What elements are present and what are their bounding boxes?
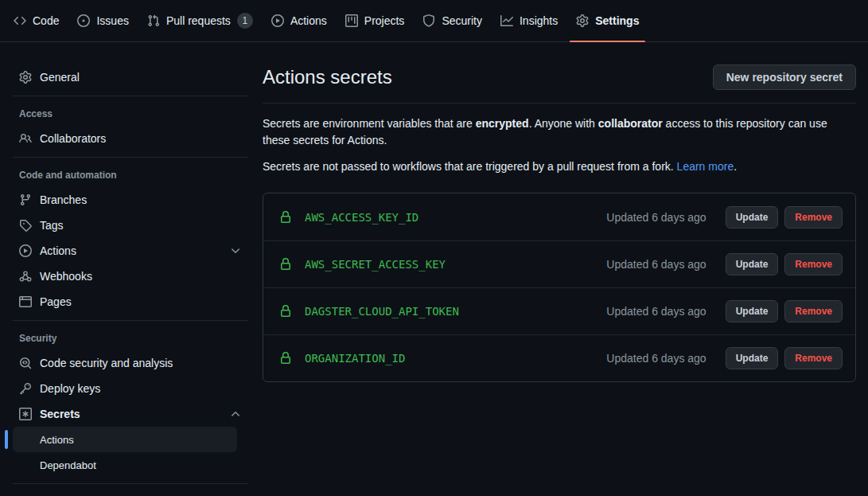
sidebar-item-label: Actions	[40, 434, 74, 446]
sidebar-item-code-security[interactable]: Code security and analysis	[13, 350, 248, 376]
sidebar-item-actions[interactable]: Actions	[13, 238, 248, 264]
sidebar-subitem-secrets-dependabot[interactable]: Dependabot	[13, 452, 237, 478]
remove-secret-button[interactable]: Remove	[784, 300, 843, 322]
update-secret-button[interactable]: Update	[726, 206, 779, 228]
learn-more-link[interactable]: Learn more	[677, 160, 734, 173]
gear-icon	[19, 71, 32, 84]
secret-name: AWS_ACCESS_KEY_ID	[305, 211, 606, 224]
play-icon	[19, 244, 32, 257]
chevron-up-icon	[229, 408, 242, 420]
nav-tab-issues[interactable]: Issues	[71, 0, 134, 41]
nav-tab-label: Projects	[364, 15, 405, 26]
remove-secret-button[interactable]: Remove	[784, 253, 843, 275]
sidebar-item-label: Branches	[40, 193, 242, 206]
secret-name: AWS_SECRET_ACCESS_KEY	[305, 258, 606, 271]
lock-icon	[279, 305, 292, 318]
tag-icon	[19, 219, 32, 232]
sidebar-subitem-secrets-actions[interactable]: Actions	[13, 427, 237, 452]
sidebar-item-label: Webhooks	[40, 270, 242, 283]
nav-tab-label: Pull requests	[166, 15, 231, 26]
sidebar-item-branches[interactable]: Branches	[13, 187, 248, 213]
shield-icon	[422, 14, 435, 27]
sidebar-item-label: Pages	[40, 295, 242, 308]
secret-updated-text: Updated 6 days ago	[606, 352, 706, 365]
description-text: Secrets are environment variables that a…	[263, 117, 476, 130]
sidebar-section-code-automation: Code and automation	[13, 163, 248, 187]
update-secret-button[interactable]: Update	[726, 253, 779, 275]
secret-row: AWS_SECRET_ACCESS_KEY Updated 6 days ago…	[263, 240, 855, 287]
sidebar-divider	[13, 96, 248, 96]
sidebar-item-label: Collaborators	[40, 132, 242, 145]
sidebar-section-security: Security	[13, 326, 248, 350]
update-secret-button[interactable]: Update	[726, 300, 779, 322]
nav-tab-settings[interactable]: Settings	[570, 0, 645, 41]
nav-tab-projects[interactable]: Projects	[339, 0, 411, 41]
nav-tab-label: Code	[33, 15, 59, 26]
sidebar-item-general[interactable]: General	[13, 64, 248, 90]
settings-sidebar: General Access Collaborators Code and au…	[13, 64, 248, 490]
sidebar-section-access: Access	[13, 102, 248, 126]
description-bold-encrypted: encrypted	[476, 117, 529, 130]
nav-tab-security[interactable]: Security	[416, 0, 488, 41]
sidebar-item-label: Code security and analysis	[40, 357, 242, 369]
sidebar-item-label: Dependabot	[40, 459, 96, 471]
nav-tab-pull-requests[interactable]: Pull requests 1	[141, 0, 259, 41]
project-icon	[345, 14, 358, 27]
secret-updated-text: Updated 6 days ago	[606, 258, 706, 271]
sidebar-divider	[13, 483, 248, 484]
people-icon	[19, 132, 32, 145]
new-repository-secret-button[interactable]: New repository secret	[713, 64, 856, 90]
secret-name: DAGSTER_CLOUD_API_TOKEN	[305, 305, 606, 318]
remove-secret-button[interactable]: Remove	[784, 206, 843, 228]
sidebar-item-tags[interactable]: Actions Tags	[13, 213, 248, 238]
git-branch-icon	[19, 193, 32, 206]
play-icon	[271, 14, 284, 27]
sidebar-item-label: Secrets	[40, 408, 221, 420]
sidebar-divider	[13, 157, 248, 158]
lock-icon	[279, 352, 292, 365]
nav-tab-label: Insights	[520, 15, 558, 26]
sidebar-divider	[13, 320, 248, 321]
sidebar-item-label: General	[40, 71, 242, 84]
description-paragraph: Secrets are not passed to workflows that…	[263, 158, 856, 175]
nav-tab-label: Issues	[96, 15, 128, 26]
issue-opened-icon	[77, 14, 90, 27]
update-secret-button[interactable]: Update	[726, 347, 779, 369]
description-text: . Anyone with	[529, 117, 598, 130]
sidebar-item-label: Actions	[40, 244, 221, 257]
webhook-icon	[19, 270, 32, 283]
code-icon	[14, 14, 26, 27]
nav-tab-label: Security	[442, 15, 482, 26]
nav-tab-label: Actions	[290, 15, 327, 26]
description-bold-collaborator: collaborator	[598, 117, 663, 130]
page-header: Actions secrets New repository secret	[263, 64, 856, 103]
secret-row: AWS_ACCESS_KEY_ID Updated 6 days ago Upd…	[263, 193, 855, 240]
codescan-icon	[19, 357, 32, 369]
description-paragraph: Secrets are environment variables that a…	[263, 115, 856, 149]
nav-tab-insights[interactable]: Insights	[494, 0, 564, 41]
secrets-description: Secrets are environment variables that a…	[263, 115, 856, 175]
key-asterisk-icon	[19, 408, 32, 420]
secret-row: DAGSTER_CLOUD_API_TOKEN Updated 6 days a…	[263, 287, 855, 334]
nav-tab-actions[interactable]: Actions	[265, 0, 333, 41]
secret-updated-text: Updated 6 days ago	[606, 211, 706, 224]
settings-layout: General Access Collaborators Code and au…	[0, 42, 868, 490]
lock-icon	[279, 211, 292, 224]
sidebar-item-secrets[interactable]: Secrets	[13, 401, 248, 427]
secret-row: ORGANIZATION_ID Updated 6 days ago Updat…	[263, 334, 855, 381]
remove-secret-button[interactable]: Remove	[784, 347, 843, 369]
secrets-list: AWS_ACCESS_KEY_ID Updated 6 days ago Upd…	[263, 193, 856, 382]
secret-updated-text: Updated 6 days ago	[606, 305, 706, 318]
git-pull-request-icon	[147, 14, 160, 27]
sidebar-item-webhooks[interactable]: Webhooks	[13, 264, 248, 289]
lock-icon	[279, 258, 292, 271]
browser-icon	[19, 295, 32, 308]
repo-tab-nav: Code Issues Pull requests 1 Actions Proj…	[0, 0, 868, 42]
nav-tab-code[interactable]: Code	[7, 0, 65, 41]
sidebar-item-pages[interactable]: Pages	[13, 289, 248, 314]
sidebar-item-deploy-keys[interactable]: Deploy keys	[13, 376, 248, 401]
graph-icon	[500, 14, 513, 27]
sidebar-item-label: Tags	[40, 219, 242, 232]
sidebar-item-collaborators[interactable]: Collaborators	[13, 126, 248, 151]
pull-requests-count-badge: 1	[237, 13, 253, 29]
